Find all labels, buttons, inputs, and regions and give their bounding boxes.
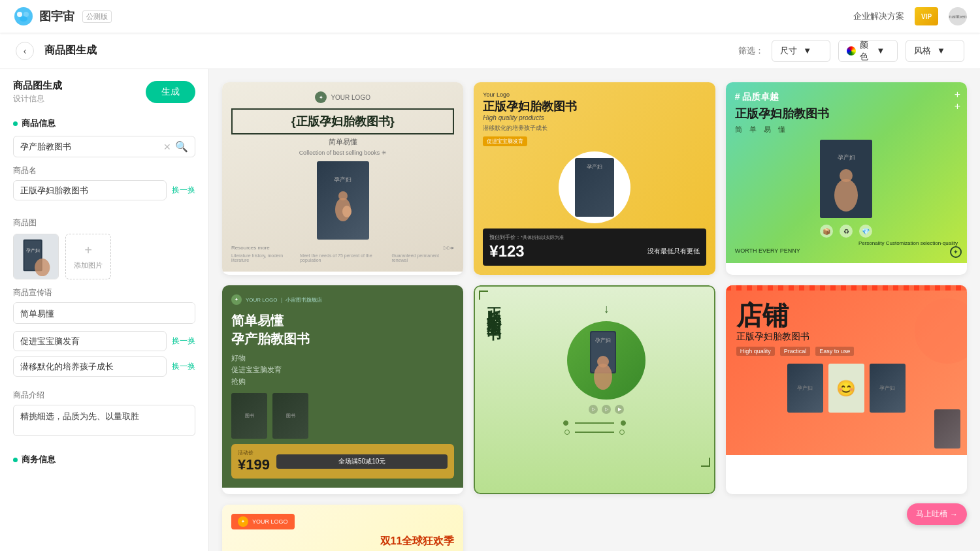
- generate-button[interactable]: 生成: [146, 81, 195, 103]
- feedback-button[interactable]: 马上吐槽 →: [907, 503, 967, 525]
- product-image-section: 商品图 孕产妇 + 添加图片: [0, 215, 208, 287]
- svg-point-14: [834, 179, 858, 212]
- logo-icon: [13, 6, 34, 27]
- main-layout: 商品图生成 设计信息 生成 商品信息 ✕ 🔍 商品名 换一换 商品图: [0, 69, 980, 551]
- search-icon[interactable]: 🔍: [175, 140, 188, 153]
- svg-point-10: [338, 191, 348, 200]
- logo-area: 图宇宙 公测版: [13, 6, 112, 27]
- vip-icon[interactable]: VIP: [915, 7, 938, 25]
- add-image-button[interactable]: + 添加图片: [65, 234, 111, 279]
- size-filter-label: 尺寸: [780, 45, 799, 57]
- book-thumbnail-icon: 孕产妇: [14, 234, 58, 279]
- svg-point-2: [24, 12, 29, 17]
- template-grid: ✦ YOUR LOGO {正版孕妇胎教图书} 简单易懂 Collection o…: [222, 82, 967, 551]
- svg-point-1: [17, 12, 22, 17]
- product-name-input[interactable]: [13, 180, 167, 200]
- promo2-swap-button[interactable]: 换一换: [172, 336, 195, 347]
- size-filter-dropdown[interactable]: 尺寸 ▼: [772, 40, 830, 62]
- search-box: ✕ 🔍: [13, 136, 195, 157]
- panel-subtitle: 设计信息: [13, 93, 62, 104]
- svg-point-15: [840, 169, 853, 182]
- template-card-5[interactable]: 正版孕妇胎教图书 ↓ 孕产妇: [474, 285, 715, 494]
- intro-label: 商品介绍: [13, 390, 195, 401]
- svg-text:孕产妇: 孕产妇: [838, 154, 855, 161]
- color-filter-label: 颜色: [860, 39, 872, 63]
- search-clear-icon[interactable]: ✕: [163, 142, 171, 152]
- promo2-row: 换一换: [13, 331, 195, 351]
- feedback-label: 马上吐槽: [916, 509, 947, 520]
- promo-section: 商品宣传语 简单易懂 换一换 换一换: [0, 287, 208, 390]
- product-info-title: 商品信息: [13, 118, 195, 129]
- promo1-input[interactable]: 简单易懂: [13, 302, 195, 324]
- product-name-swap-button[interactable]: 换一换: [172, 185, 195, 196]
- template-card-2[interactable]: Your Logo 正版孕妇胎教图书 High quality products…: [474, 82, 715, 275]
- panel-title: 商品图生成: [13, 80, 62, 92]
- size-chevron-icon: ▼: [803, 46, 822, 55]
- filter-area: 筛选： 尺寸 ▼ 颜色 ▼ 风格 ▼: [738, 40, 964, 62]
- add-image-label: 添加图片: [74, 260, 103, 270]
- image-grid: 孕产妇 + 添加图片: [13, 234, 195, 279]
- vip-label: VIP: [921, 13, 932, 20]
- style-chevron-icon: ▼: [937, 46, 956, 55]
- promo3-input[interactable]: [13, 356, 167, 377]
- toolbar: ‹ 商品图生成 筛选： 尺寸 ▼ 颜色 ▼ 风格 ▼: [0, 33, 980, 69]
- feedback-arrow-icon: →: [950, 510, 958, 519]
- color-dot-icon: [847, 46, 856, 55]
- promo3-swap-button[interactable]: 换一换: [172, 361, 195, 372]
- template-card-6[interactable]: 店铺 正版孕妇胎教图书 High quality Practical Easy …: [726, 285, 967, 494]
- panel-header: 商品图生成 设计信息 生成: [0, 69, 208, 110]
- promo2-input[interactable]: [13, 331, 167, 351]
- style-filter-label: 风格: [914, 45, 933, 57]
- product-image-label: 商品图: [13, 217, 195, 228]
- svg-text:孕产妇: 孕产妇: [595, 338, 611, 343]
- svg-point-20: [597, 356, 609, 368]
- style-filter-dropdown[interactable]: 风格 ▼: [906, 40, 964, 62]
- left-panel: 商品图生成 设计信息 生成 商品信息 ✕ 🔍 商品名 换一换 商品图: [0, 69, 209, 551]
- svg-point-8: [35, 259, 50, 276]
- user-initials: nailiben: [949, 14, 967, 20]
- svg-point-11: [342, 206, 351, 217]
- product-image-thumb[interactable]: 孕产妇: [13, 234, 59, 279]
- panel-header-text: 商品图生成 设计信息: [13, 80, 62, 104]
- svg-point-3: [20, 16, 27, 22]
- back-button[interactable]: ‹: [16, 42, 34, 60]
- header-right: 企业解决方案 VIP nailiben: [853, 7, 967, 25]
- template-card-4[interactable]: ✦ YOUR LOGO ｜ 小宙图书旗舰店 简单易懂孕产胎教图书 好物 促进宝宝…: [222, 285, 463, 494]
- enterprise-link[interactable]: 企业解决方案: [853, 10, 904, 22]
- promo-section-label: 商品宣传语: [13, 287, 195, 298]
- product-name-label: 商品名: [13, 165, 195, 176]
- business-section: 商务信息: [0, 446, 208, 480]
- template-card-1[interactable]: ✦ YOUR LOGO {正版孕妇胎教图书} 简单易懂 Collection o…: [222, 82, 463, 275]
- product-name-section: 商品名 换一换: [0, 165, 208, 215]
- plus-icon: +: [84, 243, 92, 258]
- business-info-title: 商务信息: [13, 454, 195, 465]
- color-filter-dropdown[interactable]: 颜色 ▼: [838, 40, 898, 62]
- promo3-row: 换一换: [13, 356, 195, 377]
- logo-text: 图宇宙: [39, 8, 74, 24]
- product-name-row: 换一换: [13, 180, 195, 200]
- right-panel: ✦ YOUR LOGO {正版孕妇胎教图书} 简单易懂 Collection o…: [209, 69, 980, 551]
- svg-text:孕产妇: 孕产妇: [26, 248, 40, 253]
- product-info-section: 商品信息 ✕ 🔍: [0, 110, 208, 165]
- color-chevron-icon: ▼: [877, 46, 889, 55]
- template-card-7[interactable]: ✦ YOUR LOGO 双11全球狂欢季 TIME: 11.01-11.11: [222, 505, 463, 551]
- page-title: 商品图生成: [44, 44, 97, 57]
- intro-input[interactable]: 精挑细选，品质为先、以量取胜: [13, 405, 195, 436]
- search-input[interactable]: [20, 142, 159, 151]
- template-card-3[interactable]: + + # 品质卓越 正版孕妇胎教图书 简 单 易 懂 孕产妇: [726, 82, 967, 275]
- filter-label: 筛选：: [738, 45, 764, 57]
- intro-section: 商品介绍 精挑细选，品质为先、以量取胜: [0, 390, 208, 446]
- user-avatar[interactable]: nailiben: [949, 7, 967, 25]
- header: 图宇宙 公测版 企业解决方案 VIP nailiben: [0, 0, 980, 33]
- beta-badge: 公测版: [82, 10, 112, 23]
